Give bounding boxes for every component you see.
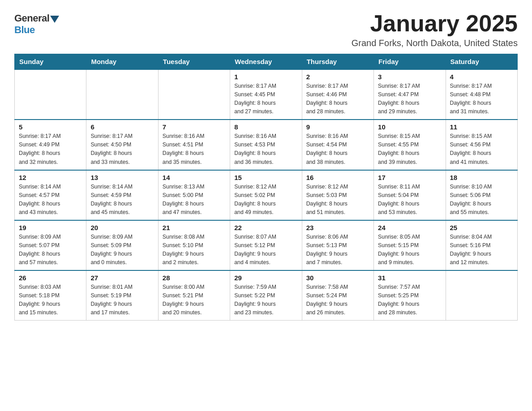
- calendar-week-4: 19Sunrise: 8:09 AM Sunset: 5:07 PM Dayli…: [15, 220, 518, 270]
- day-number: 17: [378, 174, 441, 181]
- day-info: Sunrise: 8:17 AM Sunset: 4:48 PM Dayligh…: [450, 82, 513, 116]
- day-number: 6: [90, 123, 154, 131]
- location-title: Grand Forks, North Dakota, United States: [352, 38, 518, 48]
- day-number: 15: [234, 174, 297, 181]
- calendar-cell: 30Sunrise: 7:58 AM Sunset: 5:24 PM Dayli…: [302, 270, 373, 321]
- day-info: Sunrise: 8:04 AM Sunset: 5:16 PM Dayligh…: [450, 233, 513, 267]
- calendar-cell: [86, 69, 158, 120]
- day-info: Sunrise: 8:17 AM Sunset: 4:47 PM Dayligh…: [378, 82, 441, 116]
- calendar-cell: [158, 69, 230, 120]
- calendar-cell: 24Sunrise: 8:05 AM Sunset: 5:15 PM Dayli…: [374, 220, 446, 270]
- day-number: 31: [378, 274, 441, 282]
- calendar-cell: 2Sunrise: 8:17 AM Sunset: 4:46 PM Daylig…: [302, 69, 373, 120]
- day-number: 25: [450, 224, 513, 231]
- calendar-cell: 27Sunrise: 8:01 AM Sunset: 5:19 PM Dayli…: [86, 270, 158, 321]
- calendar-cell: 7Sunrise: 8:16 AM Sunset: 4:51 PM Daylig…: [158, 120, 230, 170]
- weekday-header-tuesday: Tuesday: [158, 54, 230, 70]
- day-info: Sunrise: 8:12 AM Sunset: 5:02 PM Dayligh…: [234, 183, 297, 217]
- calendar-cell: 20Sunrise: 8:09 AM Sunset: 5:09 PM Dayli…: [86, 220, 158, 270]
- day-number: 21: [163, 224, 226, 231]
- day-info: Sunrise: 8:17 AM Sunset: 4:50 PM Dayligh…: [90, 132, 154, 166]
- calendar-cell: 14Sunrise: 8:13 AM Sunset: 5:00 PM Dayli…: [158, 170, 230, 220]
- calendar-cell: 28Sunrise: 8:00 AM Sunset: 5:21 PM Dayli…: [158, 270, 230, 321]
- day-info: Sunrise: 8:17 AM Sunset: 4:49 PM Dayligh…: [19, 132, 82, 166]
- calendar-cell: 3Sunrise: 8:17 AM Sunset: 4:47 PM Daylig…: [374, 69, 446, 120]
- day-info: Sunrise: 8:01 AM Sunset: 5:19 PM Dayligh…: [90, 283, 154, 317]
- day-info: Sunrise: 8:11 AM Sunset: 5:04 PM Dayligh…: [378, 183, 441, 217]
- calendar-cell: 9Sunrise: 8:16 AM Sunset: 4:54 PM Daylig…: [302, 120, 373, 170]
- day-number: 16: [306, 174, 369, 181]
- calendar-cell: 5Sunrise: 8:17 AM Sunset: 4:49 PM Daylig…: [15, 120, 86, 170]
- day-info: Sunrise: 8:17 AM Sunset: 4:46 PM Dayligh…: [306, 82, 369, 116]
- day-number: 20: [90, 224, 154, 231]
- weekday-header-thursday: Thursday: [302, 54, 373, 70]
- day-number: 29: [234, 274, 297, 282]
- day-info: Sunrise: 8:14 AM Sunset: 4:57 PM Dayligh…: [19, 183, 82, 217]
- calendar-cell: 22Sunrise: 8:07 AM Sunset: 5:12 PM Dayli…: [230, 220, 302, 270]
- calendar-cell: 26Sunrise: 8:03 AM Sunset: 5:18 PM Dayli…: [15, 270, 86, 321]
- day-info: Sunrise: 8:05 AM Sunset: 5:15 PM Dayligh…: [378, 233, 441, 267]
- day-number: 26: [19, 274, 82, 282]
- day-info: Sunrise: 7:58 AM Sunset: 5:24 PM Dayligh…: [306, 283, 369, 317]
- day-info: Sunrise: 8:08 AM Sunset: 5:10 PM Dayligh…: [163, 233, 226, 267]
- calendar-week-2: 5Sunrise: 8:17 AM Sunset: 4:49 PM Daylig…: [15, 120, 518, 170]
- weekday-header-saturday: Saturday: [446, 54, 517, 70]
- day-number: 2: [306, 73, 369, 81]
- calendar-cell: 1Sunrise: 8:17 AM Sunset: 4:45 PM Daylig…: [230, 69, 302, 120]
- day-number: 8: [234, 123, 297, 131]
- day-info: Sunrise: 8:16 AM Sunset: 4:51 PM Dayligh…: [163, 132, 226, 166]
- calendar-week-3: 12Sunrise: 8:14 AM Sunset: 4:57 PM Dayli…: [15, 170, 518, 220]
- weekday-header-friday: Friday: [374, 54, 446, 70]
- day-number: 30: [306, 274, 369, 282]
- day-number: 1: [234, 73, 297, 81]
- day-info: Sunrise: 8:07 AM Sunset: 5:12 PM Dayligh…: [234, 233, 297, 267]
- calendar-cell: 15Sunrise: 8:12 AM Sunset: 5:02 PM Dayli…: [230, 170, 302, 220]
- calendar-cell: 21Sunrise: 8:08 AM Sunset: 5:10 PM Dayli…: [158, 220, 230, 270]
- day-number: 22: [234, 224, 297, 231]
- calendar-cell: 4Sunrise: 8:17 AM Sunset: 4:48 PM Daylig…: [446, 69, 517, 120]
- day-info: Sunrise: 8:13 AM Sunset: 5:00 PM Dayligh…: [163, 183, 226, 217]
- day-info: Sunrise: 8:16 AM Sunset: 4:54 PM Dayligh…: [306, 132, 369, 166]
- day-info: Sunrise: 8:15 AM Sunset: 4:56 PM Dayligh…: [450, 132, 513, 166]
- calendar-cell: 19Sunrise: 8:09 AM Sunset: 5:07 PM Dayli…: [15, 220, 86, 270]
- calendar-cell: 13Sunrise: 8:14 AM Sunset: 4:59 PM Dayli…: [86, 170, 158, 220]
- day-number: 3: [378, 73, 441, 81]
- day-number: 4: [450, 73, 513, 81]
- day-number: 13: [90, 174, 154, 181]
- calendar-cell: 12Sunrise: 8:14 AM Sunset: 4:57 PM Dayli…: [15, 170, 86, 220]
- calendar-cell: 23Sunrise: 8:06 AM Sunset: 5:13 PM Dayli…: [302, 220, 373, 270]
- day-info: Sunrise: 8:09 AM Sunset: 5:07 PM Dayligh…: [19, 233, 82, 267]
- page-header: General Blue January 2025 Grand Forks, N…: [14, 11, 518, 48]
- day-number: 7: [163, 123, 226, 131]
- day-info: Sunrise: 8:10 AM Sunset: 5:06 PM Dayligh…: [450, 183, 513, 217]
- calendar-cell: 8Sunrise: 8:16 AM Sunset: 4:53 PM Daylig…: [230, 120, 302, 170]
- calendar-cell: 17Sunrise: 8:11 AM Sunset: 5:04 PM Dayli…: [374, 170, 446, 220]
- calendar-week-5: 26Sunrise: 8:03 AM Sunset: 5:18 PM Dayli…: [15, 270, 518, 321]
- day-info: Sunrise: 8:06 AM Sunset: 5:13 PM Dayligh…: [306, 233, 369, 267]
- calendar-cell: [15, 69, 86, 120]
- calendar-header-row: SundayMondayTuesdayWednesdayThursdayFrid…: [15, 54, 518, 70]
- calendar-cell: 18Sunrise: 8:10 AM Sunset: 5:06 PM Dayli…: [446, 170, 517, 220]
- calendar-cell: 6Sunrise: 8:17 AM Sunset: 4:50 PM Daylig…: [86, 120, 158, 170]
- day-number: 24: [378, 224, 441, 231]
- weekday-header-sunday: Sunday: [15, 54, 86, 70]
- calendar-table: SundayMondayTuesdayWednesdayThursdayFrid…: [14, 54, 518, 321]
- calendar-cell: 25Sunrise: 8:04 AM Sunset: 5:16 PM Dayli…: [446, 220, 517, 270]
- logo-general-text: General: [14, 13, 49, 24]
- day-number: 11: [450, 123, 513, 131]
- logo: General Blue: [14, 13, 59, 36]
- day-number: 28: [163, 274, 226, 282]
- calendar-week-1: 1Sunrise: 8:17 AM Sunset: 4:45 PM Daylig…: [15, 69, 518, 120]
- title-block: January 2025 Grand Forks, North Dakota, …: [352, 11, 518, 48]
- logo-arrow-icon: [50, 16, 59, 23]
- day-info: Sunrise: 8:15 AM Sunset: 4:55 PM Dayligh…: [378, 132, 441, 166]
- day-info: Sunrise: 7:59 AM Sunset: 5:22 PM Dayligh…: [234, 283, 297, 317]
- day-info: Sunrise: 8:14 AM Sunset: 4:59 PM Dayligh…: [90, 183, 154, 217]
- day-info: Sunrise: 8:12 AM Sunset: 5:03 PM Dayligh…: [306, 183, 369, 217]
- logo-blue-text: Blue: [14, 24, 35, 36]
- day-number: 23: [306, 224, 369, 231]
- calendar-cell: 29Sunrise: 7:59 AM Sunset: 5:22 PM Dayli…: [230, 270, 302, 321]
- day-info: Sunrise: 8:17 AM Sunset: 4:45 PM Dayligh…: [234, 82, 297, 116]
- calendar-cell: 16Sunrise: 8:12 AM Sunset: 5:03 PM Dayli…: [302, 170, 373, 220]
- day-number: 18: [450, 174, 513, 181]
